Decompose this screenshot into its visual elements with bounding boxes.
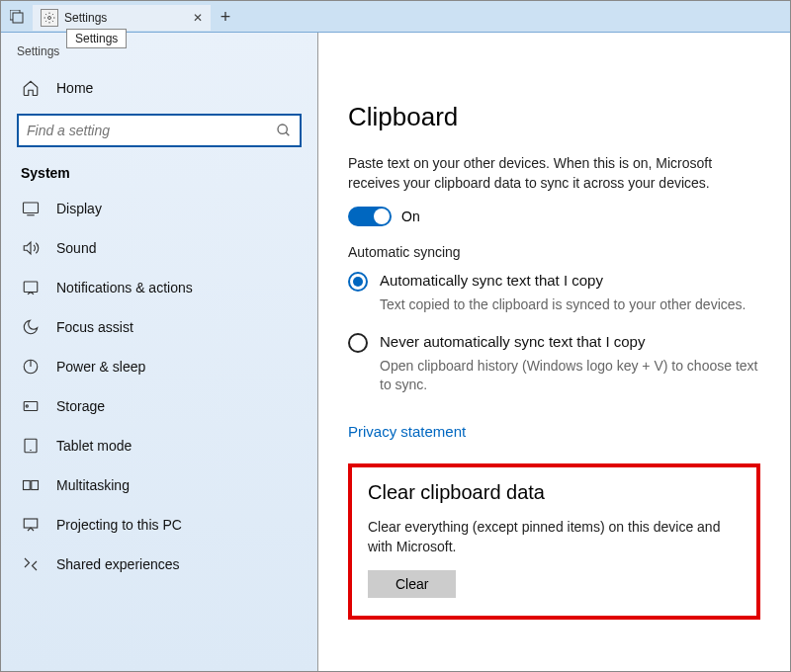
nav-label: Power & sleep bbox=[56, 359, 145, 375]
nav-projecting[interactable]: Projecting to this PC bbox=[1, 505, 317, 545]
tab-bar: Settings ✕ Settings + bbox=[1, 1, 790, 33]
tab-tooltip: Settings bbox=[66, 29, 127, 48]
radio-auto-sync[interactable]: Automatically sync text that I copy bbox=[348, 272, 760, 292]
tab-title: Settings bbox=[64, 11, 107, 25]
radio-never-sync[interactable]: Never automatically sync text that I cop… bbox=[348, 333, 760, 353]
search-field[interactable] bbox=[27, 123, 276, 138]
sync-description: Paste text on your other devices. When t… bbox=[348, 154, 760, 193]
home-icon bbox=[21, 78, 41, 98]
sound-icon bbox=[21, 238, 41, 258]
svg-line-4 bbox=[286, 132, 289, 135]
notifications-icon bbox=[21, 278, 41, 297]
clear-heading: Clear clipboard data bbox=[368, 481, 741, 504]
multitasking-icon bbox=[21, 475, 41, 495]
gear-icon bbox=[41, 9, 58, 27]
nav-multitasking[interactable]: Multitasking bbox=[1, 465, 317, 505]
display-icon bbox=[21, 199, 41, 218]
svg-rect-17 bbox=[24, 519, 38, 528]
power-icon bbox=[21, 357, 41, 377]
nav-home-label: Home bbox=[56, 80, 93, 96]
nav-label: Display bbox=[56, 201, 102, 216]
svg-marker-7 bbox=[24, 242, 31, 254]
nav-power-sleep[interactable]: Power & sleep bbox=[1, 347, 317, 386]
radio-description: Open clipboard history (Windows logo key… bbox=[380, 357, 760, 395]
svg-point-3 bbox=[278, 125, 287, 133]
nav-group-title: System bbox=[1, 159, 317, 189]
nav-label: Tablet mode bbox=[56, 438, 132, 454]
storage-icon bbox=[21, 396, 41, 416]
radio-icon bbox=[348, 272, 368, 292]
svg-rect-15 bbox=[24, 481, 31, 490]
privacy-link[interactable]: Privacy statement bbox=[348, 423, 466, 440]
toggle-state: On bbox=[401, 209, 420, 224]
page-heading: Clipboard bbox=[348, 102, 760, 132]
app-title: Settings bbox=[1, 42, 317, 68]
clear-button[interactable]: Clear bbox=[368, 570, 456, 598]
clear-description: Clear everything (except pinned items) o… bbox=[368, 518, 741, 556]
projecting-icon bbox=[21, 515, 41, 535]
nav-notifications[interactable]: Notifications & actions bbox=[1, 268, 317, 307]
sidebar: Settings Home System Display bbox=[1, 33, 317, 671]
close-tab-icon[interactable]: ✕ bbox=[193, 11, 203, 25]
nav-storage[interactable]: Storage bbox=[1, 386, 317, 426]
content-pane: Clipboard Paste text on your other devic… bbox=[317, 33, 790, 671]
nav-home[interactable]: Home bbox=[1, 68, 317, 108]
nav-label: Storage bbox=[56, 398, 105, 414]
new-tab-button[interactable]: + bbox=[211, 1, 240, 33]
tablet-icon bbox=[21, 436, 41, 456]
svg-point-2 bbox=[48, 17, 51, 20]
nav-label: Focus assist bbox=[56, 319, 133, 335]
nav-sound[interactable]: Sound bbox=[1, 228, 317, 268]
svg-rect-16 bbox=[32, 481, 39, 490]
nav-shared-experiences[interactable]: Shared experiences bbox=[1, 545, 317, 584]
clear-section-highlight: Clear clipboard data Clear everything (e… bbox=[348, 463, 760, 620]
nav-label: Sound bbox=[56, 240, 96, 256]
radio-label: Never automatically sync text that I cop… bbox=[380, 333, 645, 350]
nav-label: Projecting to this PC bbox=[56, 517, 182, 533]
radio-label: Automatically sync text that I copy bbox=[380, 272, 603, 289]
svg-rect-8 bbox=[24, 282, 38, 293]
svg-rect-1 bbox=[13, 13, 23, 23]
nav-tablet-mode[interactable]: Tablet mode bbox=[1, 426, 317, 465]
svg-point-12 bbox=[26, 405, 28, 407]
sync-toggle[interactable] bbox=[348, 207, 392, 226]
tab-settings[interactable]: Settings ✕ Settings bbox=[33, 5, 211, 31]
collapse-tabs-icon[interactable] bbox=[1, 1, 33, 33]
search-input[interactable] bbox=[17, 114, 302, 147]
nav-label: Notifications & actions bbox=[56, 280, 193, 295]
svg-rect-5 bbox=[24, 203, 39, 213]
search-icon bbox=[276, 123, 292, 138]
share-icon bbox=[21, 554, 41, 574]
sync-subheading: Automatic syncing bbox=[348, 244, 760, 260]
nav-focus-assist[interactable]: Focus assist bbox=[1, 307, 317, 347]
radio-icon bbox=[348, 333, 368, 353]
moon-icon bbox=[21, 317, 41, 337]
nav-display[interactable]: Display bbox=[1, 189, 317, 228]
nav-label: Shared experiences bbox=[56, 556, 180, 572]
radio-description: Text copied to the clipboard is synced t… bbox=[380, 295, 760, 315]
nav-label: Multitasking bbox=[56, 477, 130, 493]
